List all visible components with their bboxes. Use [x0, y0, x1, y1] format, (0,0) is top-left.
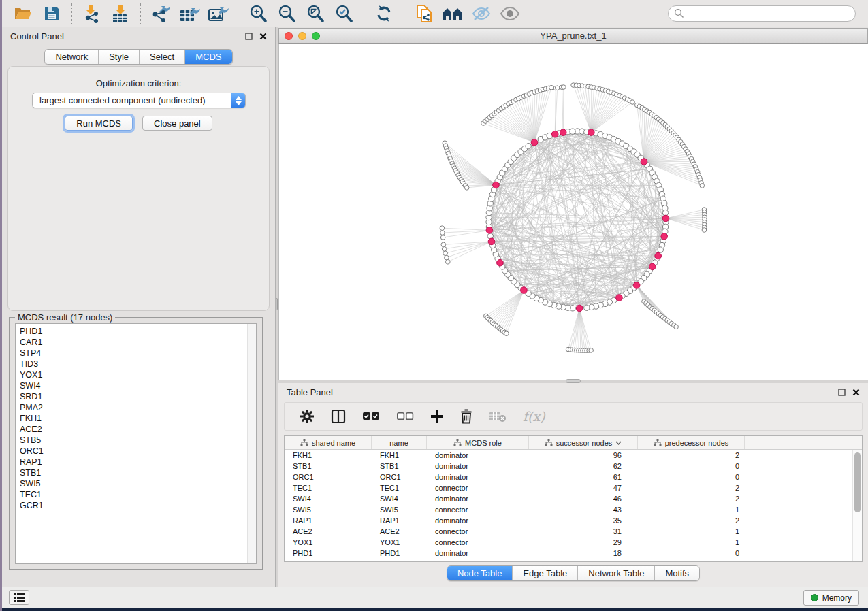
col-name[interactable]: name: [372, 436, 427, 449]
table-cell: PHD1: [285, 548, 372, 559]
table-row[interactable]: TEC1TEC1connector472: [285, 482, 862, 493]
float-panel-icon[interactable]: [838, 389, 846, 396]
table-cell: connector: [427, 504, 529, 515]
table-row[interactable]: ORC1ORC1dominator610: [285, 472, 862, 482]
splitter-handle[interactable]: [276, 298, 278, 310]
scrollbar-thumb[interactable]: [854, 452, 861, 512]
right-area: YPA_prune.txt_1 Table Panel: [278, 27, 868, 587]
export-table-icon[interactable]: [175, 3, 204, 24]
function-builder-icon[interactable]: f(x): [523, 409, 545, 424]
table-tabs: Node Table Edge Table Network Table Moti…: [278, 565, 868, 581]
network-canvas[interactable]: [278, 44, 868, 380]
list-item[interactable]: SRD1: [20, 391, 256, 402]
table-cell: 1: [638, 504, 745, 515]
delete-table-icon[interactable]: [489, 410, 507, 423]
tab-network[interactable]: Network: [45, 50, 99, 64]
tab-network-table[interactable]: Network Table: [578, 566, 655, 580]
save-session-icon[interactable]: [37, 3, 66, 24]
columns-icon[interactable]: [331, 410, 346, 423]
list-item[interactable]: ORC1: [20, 446, 256, 457]
export-network-icon[interactable]: [146, 3, 175, 24]
zoom-fit-icon[interactable]: [301, 3, 329, 24]
list-item[interactable]: YOX1: [20, 369, 256, 380]
table-scrollbar[interactable]: [852, 450, 862, 561]
table-row[interactable]: SWI5SWI5connector431: [285, 504, 862, 515]
import-network-icon[interactable]: [78, 3, 106, 24]
table-row[interactable]: ACE2ACE2connector311: [285, 526, 862, 537]
tab-edge-table[interactable]: Edge Table: [513, 566, 578, 580]
table-cell: dominator: [427, 493, 529, 504]
tab-style[interactable]: Style: [99, 50, 140, 64]
close-panel-button[interactable]: Close panel: [142, 116, 212, 131]
tab-motifs[interactable]: Motifs: [655, 566, 699, 580]
attribute-icon: [453, 439, 462, 446]
tab-mcds[interactable]: MCDS: [185, 50, 231, 64]
table-row[interactable]: SWI4SWI4dominator462: [285, 493, 862, 504]
main-toolbar: [2, 0, 868, 27]
select-all-icon[interactable]: [362, 412, 380, 421]
clone-network-icon[interactable]: [410, 3, 438, 24]
list-item[interactable]: FKH1: [20, 413, 256, 424]
refresh-icon[interactable]: [370, 3, 398, 24]
result-scrollbar[interactable]: [247, 324, 256, 563]
zoom-selected-icon[interactable]: [329, 3, 358, 24]
gear-icon[interactable]: [300, 409, 315, 424]
show-all-icon[interactable]: [496, 3, 524, 24]
run-mcds-button[interactable]: Run MCDS: [65, 116, 133, 131]
zoom-in-icon[interactable]: [244, 3, 272, 24]
search-box: [668, 5, 856, 22]
tab-select[interactable]: Select: [140, 50, 185, 64]
list-item[interactable]: TEC1: [20, 489, 256, 500]
memory-status-icon: [811, 594, 818, 601]
add-row-icon[interactable]: [430, 410, 444, 423]
table-row[interactable]: FKH1FKH1dominator962: [285, 450, 862, 461]
list-item[interactable]: GCR1: [20, 500, 256, 511]
close-panel-icon[interactable]: [259, 33, 267, 40]
tab-node-table[interactable]: Node Table: [447, 566, 513, 580]
list-item[interactable]: SWI5: [20, 478, 256, 489]
list-item[interactable]: PHD1: [20, 326, 256, 337]
import-table-icon[interactable]: [106, 3, 135, 24]
float-panel-icon[interactable]: [245, 33, 253, 40]
col-predecessor-nodes[interactable]: predecessor nodes: [638, 436, 745, 449]
mcds-result-list[interactable]: PHD1CAR1STP4TID3YOX1SWI4SRD1PMA2FKH1ACE2…: [15, 323, 257, 564]
list-item[interactable]: ACE2: [20, 424, 256, 435]
list-item[interactable]: CAR1: [20, 337, 256, 348]
first-neighbors-icon[interactable]: [438, 3, 467, 24]
col-successor-nodes[interactable]: successor nodes: [529, 436, 638, 449]
deselect-all-icon[interactable]: [396, 412, 414, 421]
export-image-icon[interactable]: [204, 3, 232, 24]
list-item[interactable]: SWI4: [20, 380, 256, 391]
col-mcds-role[interactable]: MCDS role: [427, 436, 529, 449]
network-graph[interactable]: [279, 44, 868, 380]
search-input[interactable]: [687, 7, 855, 20]
list-item[interactable]: TID3: [20, 359, 256, 369]
zoom-out-icon[interactable]: [272, 3, 301, 24]
attribute-icon: [545, 439, 553, 446]
table-row[interactable]: PHD1PHD1dominator180: [285, 548, 862, 559]
open-session-icon[interactable]: [9, 3, 37, 24]
list-item[interactable]: RAP1: [20, 457, 256, 467]
control-panel-tabs: Network Style Select MCDS: [2, 49, 275, 65]
list-item[interactable]: STB5: [20, 435, 256, 446]
table-cell: YOX1: [285, 537, 372, 548]
table-row[interactable]: STB1STB1dominator620: [285, 461, 862, 472]
table-cell: dominator: [427, 515, 529, 526]
control-panel: Control Panel Network Style Select MCDS …: [2, 27, 275, 587]
table-cell: TEC1: [285, 482, 372, 493]
table-cell: 2: [638, 450, 745, 461]
delete-row-icon[interactable]: [460, 409, 472, 424]
list-item[interactable]: STP4: [20, 348, 256, 359]
close-panel-icon[interactable]: [852, 389, 860, 396]
network-window: YPA_prune.txt_1: [278, 28, 868, 380]
table-row[interactable]: RAP1RAP1dominator352: [285, 515, 862, 526]
list-item[interactable]: PMA2: [20, 402, 256, 413]
hide-selected-icon[interactable]: [467, 3, 496, 24]
criterion-dropdown[interactable]: largest connected component (undirected): [32, 93, 246, 108]
mcds-options-box: Optimization criterion: largest connecte…: [7, 66, 270, 311]
col-shared-name[interactable]: shared name: [285, 436, 372, 449]
table-row[interactable]: YOX1YOX1connector291: [285, 537, 862, 548]
list-item[interactable]: STB1: [20, 467, 256, 478]
memory-button[interactable]: Memory: [803, 590, 859, 606]
task-history-button[interactable]: [9, 590, 29, 605]
